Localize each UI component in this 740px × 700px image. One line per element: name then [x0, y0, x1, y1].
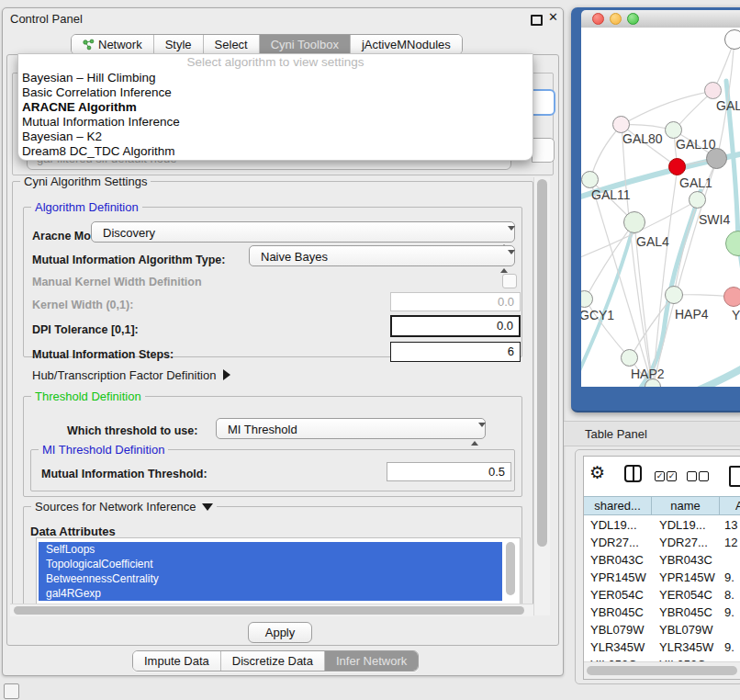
column-header[interactable]: shared...: [583, 496, 652, 515]
node-label: Y: [732, 308, 740, 322]
manual-kernel-checkbox[interactable]: [502, 274, 517, 288]
dpi-tolerance-label: DPI Tolerance [0,1]:: [32, 323, 139, 336]
dpi-tolerance-field[interactable]: 0.0: [390, 315, 521, 337]
threshold-definition-title: Threshold Definition: [31, 390, 145, 403]
settings-horizontal-scrollbar[interactable]: [10, 604, 533, 616]
expander-arrow-icon: [223, 369, 230, 380]
minimize-traffic-light-icon[interactable]: [610, 13, 622, 25]
kernel-width-field[interactable]: 0.0: [390, 292, 521, 311]
dock-panel-icon[interactable]: [4, 683, 19, 699]
node-label: GAL80: [622, 131, 663, 146]
node-label: SWI4: [699, 212, 730, 227]
network-node[interactable]: [704, 82, 722, 99]
node-label: HAP4: [675, 307, 709, 322]
mi-threshold-field[interactable]: 0.5: [387, 462, 511, 481]
network-canvas[interactable]: GAL GAL80 GAL10 GAL1 GAL11 SWI4 GAL4 GCY…: [581, 28, 740, 387]
tab-jactivemnodules[interactable]: jActiveMNodules: [350, 35, 462, 54]
list-item[interactable]: BetweennessCentrality: [39, 571, 502, 586]
sources-title: Sources for Network Inference: [31, 500, 217, 514]
mi-steps-field[interactable]: 6: [390, 342, 521, 362]
combo-arrows-icon: [500, 251, 508, 272]
node-label: GAL: [716, 98, 740, 113]
which-threshold-label: Which threshold to use:: [67, 424, 197, 437]
combo-arrows-icon: [471, 423, 478, 445]
network-view-window: GAL GAL80 GAL10 GAL1 GAL11 SWI4 GAL4 GCY…: [571, 7, 740, 412]
dropdown-item-selected[interactable]: ARACNE Algorithm: [22, 100, 137, 115]
tab-network[interactable]: Network: [72, 35, 153, 54]
tab-style[interactable]: Style: [153, 35, 203, 54]
column-header[interactable]: A: [719, 496, 740, 515]
list-scrollbar-thumb[interactable]: [506, 542, 515, 595]
node-label: GAL11: [591, 187, 631, 202]
collapse-arrow-icon[interactable]: [202, 503, 213, 511]
node-label: GAL10: [676, 137, 716, 152]
network-combo-fragment[interactable]: [532, 138, 555, 163]
table-panel-container: ⚙ ✓ ✓ shared... name A YDL19... YDL19...…: [575, 449, 740, 684]
network-icon: [83, 39, 95, 51]
list-item[interactable]: TopologicalCoefficient: [39, 557, 502, 571]
tab-discretize-data[interactable]: Discretize Data: [220, 651, 324, 671]
scrollbar-thumb[interactable]: [14, 606, 524, 615]
settings-vertical-scrollbar[interactable]: [533, 177, 550, 615]
data-attributes-list[interactable]: SelfLoops TopologicalCoefficient Between…: [36, 537, 521, 605]
control-panel-window: Control Panel ✕ Network Style Select Cyn…: [2, 7, 564, 676]
network-node[interactable]: [723, 287, 740, 307]
mi-steps-label: Mutual Information Steps:: [32, 348, 174, 361]
aracne-mode-combo[interactable]: Discovery: [91, 221, 515, 243]
network-node-gal1[interactable]: [668, 158, 686, 175]
close-traffic-light-icon[interactable]: [592, 13, 604, 25]
mi-threshold-label: Mutual Information Threshold:: [41, 468, 207, 480]
dropdown-item[interactable]: Bayesian – Hill Climbing: [22, 71, 156, 85]
node-label: GAL1: [679, 175, 712, 190]
network-node-swi4[interactable]: [689, 191, 706, 209]
mi-type-label: Mutual Information Algorithm Type:: [32, 254, 225, 266]
network-node-hap4[interactable]: [665, 286, 683, 304]
close-icon[interactable]: ✕: [548, 10, 558, 24]
tab-infer-network[interactable]: Infer Network: [324, 651, 418, 671]
algorithm-definition-title: Algorithm Definition: [31, 200, 142, 214]
document-icon[interactable]: [729, 466, 740, 487]
list-item[interactable]: SelfLoops: [39, 542, 502, 557]
network-node-gal11[interactable]: [581, 171, 599, 188]
dropdown-item[interactable]: Dream8 DC_TDC Algorithm: [22, 144, 175, 159]
which-threshold-combo[interactable]: MI Threshold: [216, 418, 486, 439]
zoom-traffic-light-icon[interactable]: [627, 13, 639, 25]
mi-type-combo[interactable]: Naive Bayes: [249, 245, 515, 266]
scrollbar-thumb[interactable]: [537, 179, 547, 547]
tab-network-label: Network: [98, 35, 142, 54]
column-header[interactable]: name: [651, 496, 720, 515]
node-label: GCY1: [581, 308, 614, 322]
tab-impute-data[interactable]: Impute Data: [133, 651, 220, 671]
algorithm-dropdown-popup: Select algorithm to view settings Bayesi…: [17, 53, 533, 161]
network-edges: [581, 28, 740, 387]
list-item[interactable]: gal4RGexp: [39, 586, 502, 601]
cyni-bottom-tabs: Impute Data Discretize Data Infer Networ…: [132, 650, 419, 672]
network-node[interactable]: [724, 29, 740, 50]
column-chooser-icon[interactable]: [624, 465, 642, 482]
dropdown-item[interactable]: Mutual Information Inference: [22, 115, 180, 130]
gear-icon[interactable]: ⚙: [589, 462, 605, 483]
node-label: HAP2: [631, 367, 665, 381]
data-attributes-label: Data Attributes: [30, 525, 116, 538]
node-label: GAL4: [636, 234, 669, 249]
control-panel-tabs: Network Style Select Cyni Toolbox jActiv…: [71, 34, 463, 55]
deselect-all-icon[interactable]: [699, 471, 709, 481]
dropdown-item[interactable]: Basic Correlation Inference: [22, 85, 172, 100]
dropdown-item[interactable]: Bayesian – K2: [22, 130, 102, 144]
tab-select[interactable]: Select: [203, 35, 259, 54]
tab-cyni-toolbox[interactable]: Cyni Toolbox: [259, 35, 350, 54]
apply-button[interactable]: Apply: [248, 622, 312, 643]
select-all-icon[interactable]: ✓: [667, 471, 677, 481]
deselect-all-icon[interactable]: [687, 471, 697, 481]
scrollbar-thumb[interactable]: [587, 666, 737, 675]
network-node-hap2[interactable]: [621, 349, 638, 367]
network-node-gal4[interactable]: [623, 211, 645, 233]
algorithm-combo-fragment[interactable]: [532, 89, 555, 116]
network-window-titlebar[interactable]: [581, 10, 740, 28]
select-all-icon[interactable]: ✓: [655, 471, 665, 481]
float-window-icon[interactable]: [531, 15, 543, 26]
table-horizontal-scrollbar[interactable]: [584, 661, 740, 680]
settings-group-title: Cyni Algorithm Settings: [20, 175, 151, 188]
kernel-width-label: Kernel Width (0,1):: [32, 299, 133, 311]
hub-definition-expander[interactable]: Hub/Transcription Factor Definition: [32, 368, 230, 382]
